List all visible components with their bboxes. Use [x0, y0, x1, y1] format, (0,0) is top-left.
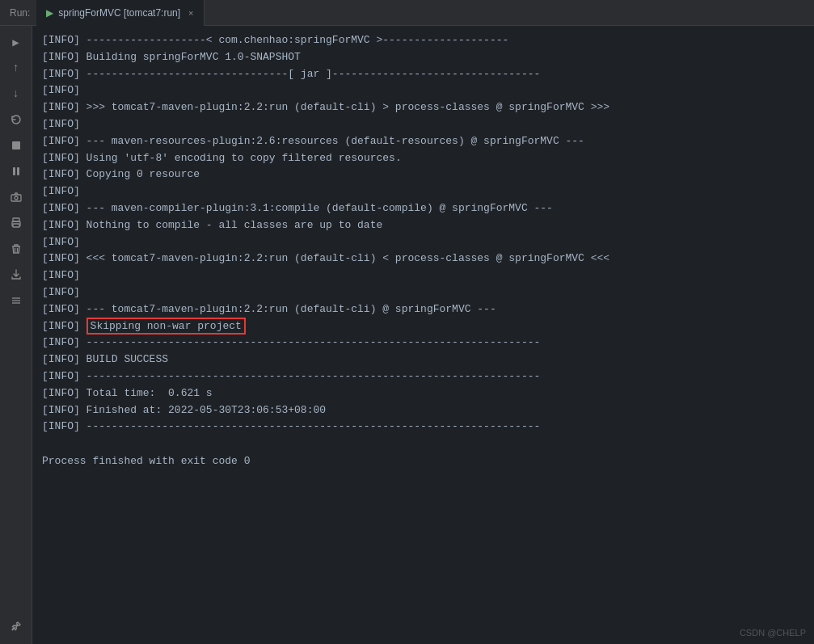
log-line-13: [INFO] <<< tomcat7-maven-plugin:2.2:run …	[42, 250, 804, 267]
log-line-2: [INFO] --------------------------------[…	[42, 66, 804, 83]
log-line-16: [INFO] --- tomcat7-maven-plugin:2.2:run …	[42, 301, 804, 318]
log-line-5: [INFO]	[42, 116, 804, 133]
pause-icon[interactable]	[5, 160, 27, 183]
run-text: Run:	[10, 7, 30, 19]
scroll-up-icon[interactable]: ↑	[5, 57, 27, 79]
svg-rect-2	[17, 167, 19, 175]
log-line-8: [INFO] Copying 0 resource	[42, 166, 804, 183]
svg-rect-7	[13, 224, 19, 227]
sidebar: ▶ ↑ ↓	[0, 26, 32, 644]
stop-icon[interactable]	[5, 134, 27, 157]
tab-title: springForMVC [tomcat7:run]	[58, 7, 180, 19]
log-line-9: [INFO]	[42, 183, 804, 200]
svg-rect-0	[12, 141, 20, 149]
import-icon[interactable]	[5, 263, 27, 286]
tab-icon: ▶	[46, 7, 53, 19]
log-line-12: [INFO]	[42, 234, 804, 251]
log-line-17: [INFO] Skipping non-war project	[42, 318, 804, 335]
log-line-7: [INFO] Using 'utf-8' encoding to copy fi…	[42, 150, 804, 167]
log-line-23: [INFO] ---------------------------------…	[42, 419, 804, 436]
highlighted-text: Skipping non-war project	[86, 318, 246, 335]
rerun-icon[interactable]	[5, 108, 27, 131]
log-line-4: [INFO] >>> tomcat7-maven-plugin:2.2:run …	[42, 99, 804, 116]
main-layout: ▶ ↑ ↓	[0, 26, 814, 644]
layers-icon[interactable]	[5, 289, 27, 312]
tab-close-button[interactable]: ×	[188, 8, 193, 18]
log-line-20: [INFO] ---------------------------------…	[42, 368, 804, 385]
log-line-1: [INFO] Building springForMVC 1.0-SNAPSHO…	[42, 49, 804, 66]
console-content: [INFO] -------------------< com.chenhao:…	[32, 32, 814, 436]
print-icon[interactable]	[5, 212, 27, 234]
pin-icon[interactable]	[5, 615, 27, 638]
scroll-down-icon[interactable]: ↓	[5, 82, 27, 105]
log-line-11: [INFO] Nothing to compile - all classes …	[42, 217, 804, 234]
tab-bar: Run: ▶ springForMVC [tomcat7:run] ×	[0, 0, 814, 26]
log-line-0: [INFO] -------------------< com.chenhao:…	[42, 32, 804, 49]
log-line-6: [INFO] --- maven-resources-plugin:2.6:re…	[42, 133, 804, 150]
log-line-21: [INFO] Total time: 0.621 s	[42, 385, 804, 402]
svg-point-4	[15, 196, 18, 200]
log-line-22: [INFO] Finished at: 2022-05-30T23:06:53+…	[42, 402, 804, 419]
log-line-18: [INFO] ---------------------------------…	[42, 335, 804, 351]
svg-rect-1	[13, 167, 15, 175]
console-area[interactable]: [INFO] -------------------< com.chenhao:…	[32, 26, 814, 644]
tab-springformvc[interactable]: ▶ springForMVC [tomcat7:run] ×	[36, 0, 204, 26]
delete-icon[interactable]	[5, 238, 27, 260]
log-line-19: [INFO] BUILD SUCCESS	[42, 351, 804, 368]
log-line-10: [INFO] --- maven-compiler-plugin:3.1:com…	[42, 200, 804, 217]
camera-icon[interactable]	[5, 186, 27, 208]
play-icon[interactable]: ▶	[5, 31, 27, 53]
watermark: CSDN @CHELP	[740, 628, 806, 638]
run-label: Run:	[3, 7, 36, 19]
footer-line: Process finished with exit code 0	[32, 448, 814, 474]
log-line-3: [INFO]	[42, 82, 804, 99]
log-line-14: [INFO]	[42, 267, 804, 284]
svg-rect-3	[11, 195, 21, 201]
log-line-15: [INFO]	[42, 284, 804, 301]
